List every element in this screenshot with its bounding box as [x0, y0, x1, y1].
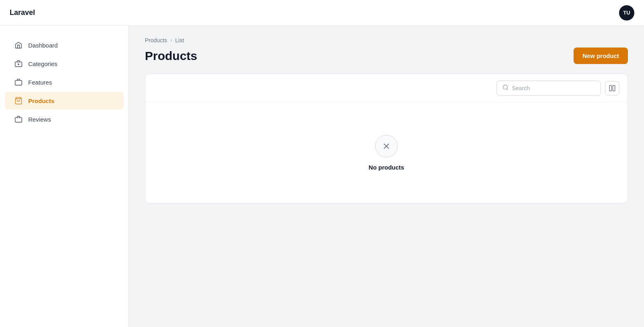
columns-icon — [609, 85, 616, 92]
page-title: Products — [145, 49, 197, 63]
products-icon — [14, 97, 23, 105]
svg-rect-9 — [613, 85, 615, 91]
svg-line-7 — [507, 89, 508, 90]
empty-state: No products — [145, 103, 627, 203]
sidebar-item-label: Dashboard — [28, 42, 58, 49]
app-logo: Laravel — [10, 8, 35, 17]
search-input[interactable] — [512, 85, 595, 91]
sidebar-item-products[interactable]: Products — [5, 92, 124, 110]
sidebar-item-label: Reviews — [28, 116, 51, 123]
reviews-icon — [14, 115, 23, 123]
features-icon — [14, 78, 23, 86]
columns-toggle-button[interactable] — [605, 81, 619, 95]
products-card: No products — [145, 74, 628, 203]
sidebar-item-label: Products — [28, 97, 54, 104]
topnav: Laravel TU — [0, 0, 644, 26]
svg-rect-5 — [15, 118, 22, 122]
chevron-right-icon: › — [170, 37, 172, 43]
x-icon — [382, 142, 391, 151]
page-header: Products New product — [145, 48, 628, 64]
avatar[interactable]: TU — [619, 5, 634, 21]
search-icon — [502, 84, 509, 92]
svg-rect-3 — [15, 81, 22, 85]
sidebar-item-reviews[interactable]: Reviews — [5, 110, 124, 128]
breadcrumb-current: List — [175, 37, 184, 43]
sidebar-item-label: Categories — [28, 60, 58, 67]
sidebar: Dashboard Categories Featu — [0, 26, 129, 327]
empty-icon-circle — [375, 135, 398, 157]
home-icon — [14, 41, 23, 49]
sidebar-item-categories[interactable]: Categories — [5, 55, 124, 72]
sidebar-item-label: Features — [28, 79, 52, 86]
search-box[interactable] — [496, 81, 601, 96]
layout: Dashboard Categories Featu — [0, 0, 644, 327]
new-product-button[interactable]: New product — [574, 48, 628, 64]
main-content: Products › List Products New product — [129, 26, 644, 327]
breadcrumb-parent[interactable]: Products — [145, 37, 167, 43]
card-toolbar — [145, 74, 627, 103]
tag-icon — [14, 60, 23, 68]
sidebar-item-dashboard[interactable]: Dashboard — [5, 36, 124, 54]
sidebar-item-features[interactable]: Features — [5, 73, 124, 91]
svg-rect-8 — [609, 85, 611, 91]
empty-text: No products — [369, 164, 404, 171]
breadcrumb: Products › List — [145, 37, 628, 43]
